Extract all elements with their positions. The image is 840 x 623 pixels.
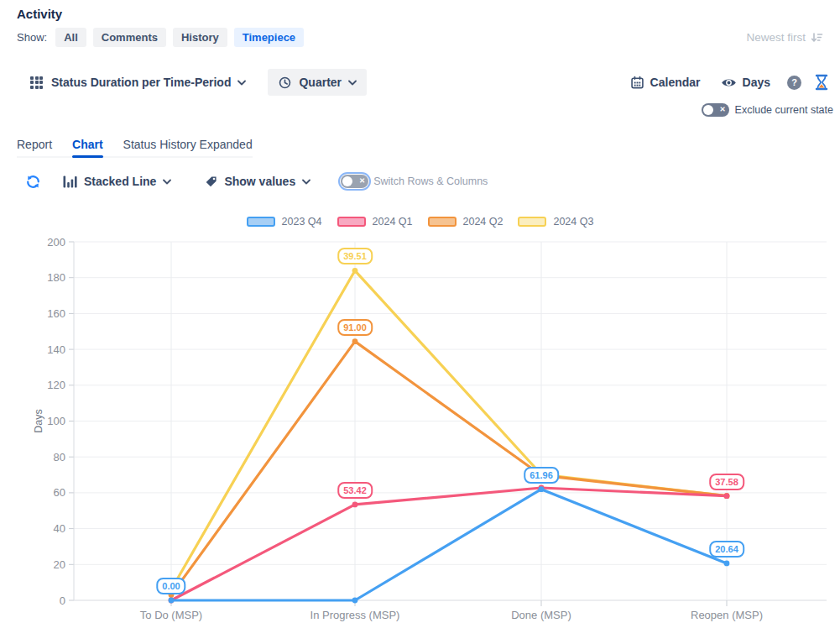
sort-order-button[interactable]: Newest first	[746, 31, 823, 44]
data-point[interactable]	[724, 493, 730, 499]
tag-icon	[205, 175, 217, 188]
activity-panel: Activity Show: All Comments History Time…	[0, 7, 840, 623]
filter-comments[interactable]: Comments	[93, 28, 166, 47]
show-label: Show:	[17, 31, 47, 44]
chart-type-selector[interactable]: Stacked Line	[63, 175, 171, 188]
switch-rows-columns-label: Switch Rows & Columns	[373, 175, 488, 187]
value-label: 20.64	[709, 541, 744, 558]
unit-toggle-button[interactable]: Days	[721, 76, 770, 89]
tab-status-history-expanded[interactable]: Status History Expanded	[123, 138, 253, 151]
filter-history[interactable]: History	[173, 28, 227, 47]
filter-timepiece[interactable]: Timepiece	[234, 28, 304, 47]
y-tick-label: 60	[54, 486, 65, 499]
data-point[interactable]	[352, 502, 358, 508]
switch-rows-columns-toggle[interactable]: ✕	[341, 175, 368, 188]
report-type-label: Status Duration per Time-Period	[51, 76, 231, 89]
exclude-current-state-toggle[interactable]: ✕	[702, 103, 729, 117]
show-filter-row: Show: All Comments History Timepiece New…	[17, 27, 823, 47]
period-label: Quarter	[299, 76, 342, 89]
refresh-icon[interactable]	[25, 174, 41, 190]
value-label: 53.42	[337, 482, 373, 499]
x-category-label: Reopen (MSP)	[691, 609, 763, 621]
chart-plot-area[interactable]: 020406080100120140160180200To Do (MSP)In…	[0, 214, 840, 623]
exclude-current-state-row: ✕ Exclude current state	[0, 102, 833, 118]
data-point[interactable]	[724, 561, 730, 567]
help-icon[interactable]: ?	[787, 76, 801, 90]
y-tick-label: 40	[54, 522, 65, 535]
y-tick-label: 200	[47, 236, 65, 249]
data-point[interactable]	[169, 598, 175, 604]
data-point[interactable]	[352, 338, 358, 344]
x-category-label: Done (MSP)	[511, 609, 571, 621]
calendar-button[interactable]: Calendar	[630, 76, 701, 90]
show-values-label: Show values	[224, 175, 295, 188]
value-label: 37.58	[709, 474, 744, 490]
series-2023-q4[interactable]	[169, 486, 730, 603]
view-tabs: Report Chart Status History Expanded	[17, 138, 253, 158]
chevron-down-icon	[163, 179, 171, 185]
calendar-label: Calendar	[650, 76, 701, 89]
value-label: 0.00	[156, 578, 185, 594]
value-label: 39.51	[337, 248, 373, 264]
unit-label: Days	[743, 76, 770, 89]
x-category-label: In Progress (MSP)	[310, 609, 400, 621]
y-tick-label: 160	[47, 307, 65, 320]
hourglass-icon[interactable]	[815, 74, 828, 91]
y-tick-label: 140	[47, 343, 65, 356]
data-point[interactable]	[352, 598, 358, 604]
y-tick-label: 180	[47, 271, 65, 284]
report-type-selector[interactable]: Status Duration per Time-Period	[51, 76, 246, 89]
bar-chart-icon	[63, 175, 77, 188]
tab-report[interactable]: Report	[17, 138, 52, 151]
stacked-line-chart: 2023 Q42024 Q12024 Q22024 Q3 02040608010…	[0, 214, 840, 623]
filter-all[interactable]: All	[55, 28, 86, 47]
chart-controls: Stacked Line Show values ✕ Switch Rows &…	[25, 169, 840, 194]
chart-type-label: Stacked Line	[84, 175, 156, 188]
exclude-current-state-label: Exclude current state	[735, 104, 833, 116]
clock-icon	[278, 76, 292, 90]
tab-chart[interactable]: Chart	[72, 138, 103, 151]
y-tick-label: 120	[47, 379, 65, 391]
chevron-down-icon	[237, 80, 246, 86]
chevron-down-icon	[348, 80, 357, 86]
y-tick-label: 100	[47, 415, 65, 427]
period-selector[interactable]: Quarter	[268, 69, 367, 96]
apps-grid-icon[interactable]	[30, 76, 43, 89]
value-label: 91.00	[337, 319, 373, 336]
page-title: Activity	[17, 7, 840, 21]
calendar-icon	[630, 76, 644, 90]
report-toolbar: Status Duration per Time-Period Quarter …	[30, 69, 828, 96]
y-tick-label: 80	[54, 451, 65, 463]
show-values-selector[interactable]: Show values	[205, 175, 310, 188]
chevron-down-icon	[302, 179, 310, 185]
x-category-label: To Do (MSP)	[140, 609, 202, 621]
y-tick-label: 0	[60, 594, 65, 607]
sort-order-label: Newest first	[746, 31, 806, 44]
value-label: 61.96	[524, 467, 559, 484]
y-tick-label: 20	[54, 558, 65, 571]
eye-icon	[721, 76, 737, 89]
data-point[interactable]	[352, 268, 358, 274]
y-axis-title: Days	[33, 409, 44, 432]
sort-descending-icon	[811, 31, 823, 44]
data-point[interactable]	[539, 486, 545, 492]
